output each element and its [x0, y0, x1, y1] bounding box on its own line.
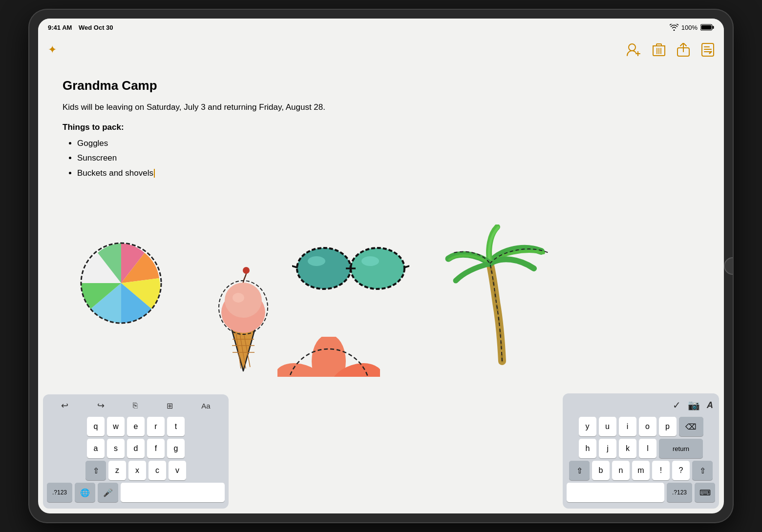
keyboard-right: ✓ 📷 A y u i o p ⌫ h j k l [563, 393, 719, 509]
svg-rect-2 [701, 25, 712, 30]
key-x[interactable]: x [128, 461, 146, 480]
keyboard-container: ↩ ↪ ⎘ ⊞ Aa q w e r t a s d [38, 377, 724, 513]
kb-table-icon[interactable]: ⊞ [167, 401, 173, 410]
key-u[interactable]: u [599, 417, 616, 436]
kb-scribble-icon[interactable]: A [707, 400, 713, 410]
text-cursor [154, 169, 155, 178]
kb-redo-icon[interactable]: ↪ [97, 400, 105, 411]
key-hide-keyboard[interactable]: ⌨ [695, 483, 715, 502]
add-collaborator-icon[interactable] [626, 43, 641, 57]
svg-rect-8 [656, 44, 661, 46]
key-m[interactable]: m [632, 461, 650, 480]
status-right: 100% [670, 24, 714, 31]
key-q[interactable]: q [87, 417, 105, 436]
key-num-left[interactable]: .?123 [47, 483, 72, 502]
key-return[interactable]: return [659, 439, 703, 458]
kb-paste-icon[interactable]: ⎘ [133, 401, 138, 410]
key-space-right[interactable] [567, 483, 664, 502]
packing-list: Goggles Sunscreen Buckets and shovels [77, 136, 699, 181]
hibiscus-sticker [277, 337, 380, 377]
svg-point-37 [361, 256, 379, 266]
key-mic[interactable]: 🎤 [98, 483, 118, 502]
svg-rect-1 [713, 26, 714, 29]
list-item-goggles: Goggles [77, 136, 699, 151]
key-c[interactable]: c [148, 461, 166, 480]
things-to-pack-label: Things to pack: [63, 123, 699, 132]
kb-row-3: ⇧ z x c v [47, 461, 225, 480]
key-s[interactable]: s [107, 439, 125, 458]
key-i[interactable]: i [619, 417, 636, 436]
key-o[interactable]: o [639, 417, 656, 436]
key-backspace[interactable]: ⌫ [679, 417, 703, 436]
key-f[interactable]: f [147, 439, 165, 458]
kb-camera-icon[interactable]: 📷 [688, 399, 700, 411]
key-exclaim[interactable]: ! [652, 461, 670, 480]
key-question[interactable]: ? [672, 461, 690, 480]
key-shift-left[interactable]: ⇧ [85, 461, 106, 480]
kb-row-4: .?123 🌐 🎤 [47, 483, 225, 502]
toolbar-right [626, 43, 714, 57]
sunglasses-sticker [292, 239, 409, 298]
list-item-sunscreen: Sunscreen [77, 151, 699, 166]
kb-row-1: q w e r t [47, 417, 225, 436]
notes-toolbar: ✦ [38, 36, 724, 63]
svg-point-3 [629, 44, 635, 51]
key-d[interactable]: d [127, 439, 145, 458]
key-g[interactable]: g [167, 439, 185, 458]
battery-icon [700, 24, 714, 31]
kb-checkmark-icon[interactable]: ✓ [673, 399, 681, 411]
key-t[interactable]: t [167, 417, 185, 436]
keyboard-left: ↩ ↪ ⎘ ⊞ Aa q w e r t a s d [43, 394, 229, 509]
key-v[interactable]: v [169, 461, 186, 480]
key-y[interactable]: y [579, 417, 596, 436]
collapse-icon[interactable]: ✦ [48, 43, 57, 56]
ice-cream-sticker [204, 259, 282, 376]
kb-row-r4: .?123 ⌨ [567, 483, 715, 502]
kb-format-icon[interactable]: Aa [201, 402, 210, 410]
edit-icon[interactable] [701, 43, 714, 57]
note-body: Kids will be leaving on Saturday, July 3… [63, 101, 699, 114]
note-title: Grandma Camp [63, 78, 699, 93]
list-item-buckets: Buckets and shovels [77, 166, 699, 181]
key-e[interactable]: e [127, 417, 145, 436]
status-date: Wed Oct 30 [79, 24, 113, 31]
key-shift-right2[interactable]: ⇧ [692, 461, 713, 480]
toolbar-left: ✦ [48, 43, 57, 56]
kb-row-r1: y u i o p ⌫ [567, 417, 715, 436]
key-p[interactable]: p [659, 417, 677, 436]
note-content-area[interactable]: Grandma Camp Kids will be leaving on Sat… [38, 63, 724, 377]
kb-row-r3: ⇧ b n m ! ? ⇧ [567, 461, 715, 480]
key-h[interactable]: h [579, 439, 596, 458]
share-icon[interactable] [677, 43, 690, 57]
key-z[interactable]: z [108, 461, 126, 480]
key-num-right[interactable]: .?123 [667, 483, 692, 502]
ipad-screen: 9:41 AM Wed Oct 30 100% [38, 19, 724, 513]
key-r[interactable]: r [147, 417, 165, 436]
ipad-frame: 9:41 AM Wed Oct 30 100% [29, 10, 733, 522]
svg-point-36 [308, 256, 325, 266]
kb-toolbar-left: ↩ ↪ ⎘ ⊞ Aa [47, 398, 225, 413]
status-bar: 9:41 AM Wed Oct 30 100% [38, 19, 724, 36]
svg-point-29 [233, 293, 244, 303]
key-globe[interactable]: 🌐 [75, 483, 95, 502]
home-button[interactable] [724, 257, 733, 275]
key-a[interactable]: a [87, 439, 105, 458]
key-k[interactable]: k [619, 439, 636, 458]
key-j[interactable]: j [599, 439, 616, 458]
beach-ball-sticker [77, 239, 165, 327]
wifi-icon [670, 24, 678, 31]
kb-row-2: a s d f g [47, 439, 225, 458]
kb-toolbar-right: ✓ 📷 A [567, 397, 715, 413]
battery-percent: 100% [681, 24, 698, 31]
key-space-left[interactable] [121, 483, 225, 502]
key-w[interactable]: w [107, 417, 125, 436]
kb-row-r2: h j k l return [567, 439, 715, 458]
key-n[interactable]: n [612, 461, 630, 480]
kb-undo-icon[interactable]: ↩ [61, 400, 68, 411]
key-b[interactable]: b [592, 461, 610, 480]
delete-icon[interactable] [653, 43, 665, 57]
palm-tree-sticker [444, 225, 571, 371]
key-shift-right[interactable]: ⇧ [569, 461, 590, 480]
status-time: 9:41 AM [48, 24, 72, 31]
key-l[interactable]: l [639, 439, 656, 458]
